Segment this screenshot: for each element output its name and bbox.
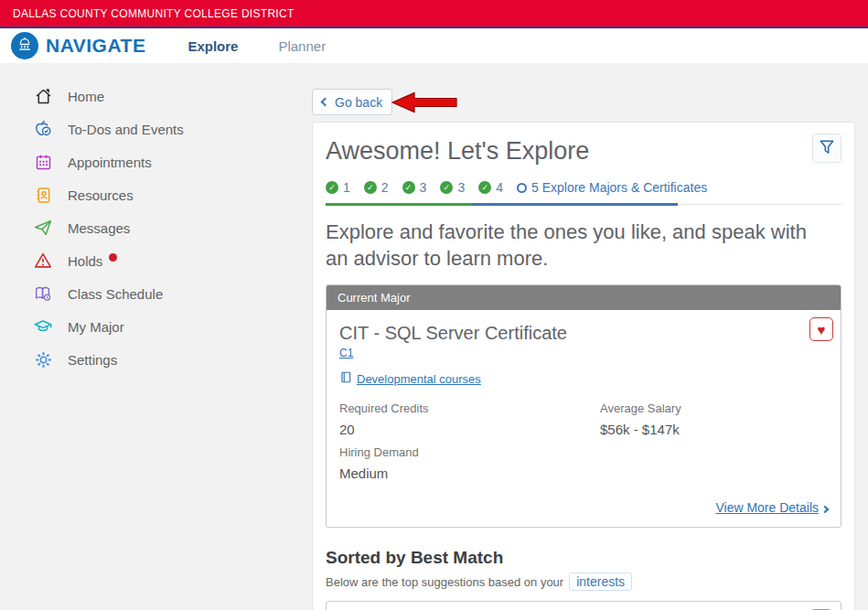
page-title: Awesome! Let's Explore	[326, 137, 589, 166]
interests-chip[interactable]: interests	[569, 573, 632, 591]
sidebar-item-label: To-Dos and Events	[68, 122, 184, 137]
holds-notification-dot	[109, 253, 117, 262]
progress-bar-complete	[326, 203, 472, 206]
navigate-logo[interactable]	[11, 32, 38, 59]
sidebar-item-settings[interactable]: Settings	[0, 343, 302, 376]
go-back-label: Go back	[335, 95, 382, 110]
warning-triangle-icon	[33, 251, 53, 271]
step-5-current: 5 Explore Majors & Certificates	[517, 180, 707, 195]
open-book-icon	[33, 284, 53, 304]
developmental-courses-link[interactable]: Developmental courses	[357, 372, 481, 386]
explore-description: Explore and favorite the ones you like, …	[326, 219, 834, 272]
notebook-icon	[339, 370, 352, 388]
average-salary-label: Average Salary	[600, 401, 828, 415]
explore-panel: Awesome! Let's Explore 1 2 3	[312, 122, 855, 610]
sidebar-nav: Home To-Dos and Events Appointments	[0, 63, 302, 376]
sidebar-item-appointments[interactable]: Appointments	[0, 145, 302, 178]
sidebar-item-todos[interactable]: To-Dos and Events	[0, 112, 302, 145]
sidebar-item-label: Home	[68, 89, 104, 104]
sorted-subtitle: Below are the top suggestions based on y…	[326, 575, 563, 589]
developmental-courses-link-row[interactable]: Developmental courses	[339, 370, 828, 388]
current-major-card-header: Current Major	[327, 285, 841, 310]
app-header: NAVIGATE Explore Planner	[0, 28, 868, 63]
paper-plane-icon	[33, 218, 53, 238]
sidebar-item-label: Appointments	[68, 155, 152, 170]
check-circle-icon	[364, 181, 377, 194]
sidebar-item-messages[interactable]: Messages	[0, 211, 302, 244]
sidebar-item-label: Holds	[68, 253, 102, 269]
sidebar-item-class-schedule[interactable]: Class Schedule	[0, 277, 302, 310]
brand-name: NAVIGATE	[46, 35, 145, 57]
rotunda-building-icon	[16, 35, 34, 57]
required-credits-value: 20	[339, 422, 600, 437]
major-title: CIT - SQL Server Certificate	[339, 323, 828, 344]
apple-check-icon	[33, 119, 53, 139]
check-circle-icon	[440, 181, 453, 194]
progress-bar-current	[472, 203, 678, 206]
address-book-icon	[33, 185, 53, 205]
progress-steps: 1 2 3 3 4 5 Explore Majors & Certificate…	[326, 180, 841, 205]
calendar-icon	[33, 152, 53, 172]
suggestion-card: International Business and Trade C1	[326, 601, 841, 610]
tab-explore[interactable]: Explore	[188, 38, 238, 54]
chevron-left-icon	[321, 98, 330, 107]
hiring-demand-label: Hiring Demand	[339, 445, 600, 459]
filter-button[interactable]	[812, 134, 841, 163]
hiring-demand-value: Medium	[339, 466, 600, 481]
campus-code-link[interactable]: C1	[339, 347, 353, 359]
annotation-arrow-icon	[391, 91, 458, 117]
sidebar-item-holds[interactable]: Holds	[0, 244, 302, 277]
district-banner-text: DALLAS COUNTY COMMUNITY COLLEGE DISTRICT	[13, 7, 295, 20]
major-stats: Required Credits 20 Hiring Demand Medium…	[339, 393, 828, 481]
view-more-details-link[interactable]: View More Details	[715, 500, 819, 515]
step-4-complete: 4	[478, 180, 503, 195]
sidebar-item-resources[interactable]: Resources	[0, 178, 302, 211]
sidebar-item-my-major[interactable]: My Major	[0, 310, 302, 343]
home-icon	[33, 86, 53, 106]
required-credits-label: Required Credits	[339, 401, 600, 415]
check-circle-icon	[326, 181, 338, 194]
average-salary-value: $56k - $147k	[600, 422, 828, 437]
sorted-subtitle-row: Below are the top suggestions based on y…	[326, 573, 841, 591]
check-circle-icon	[402, 181, 415, 194]
open-circle-icon	[517, 183, 527, 193]
check-circle-icon	[478, 181, 491, 194]
step-3-complete: 3	[402, 180, 427, 195]
step-3b-complete: 3	[440, 180, 465, 195]
sidebar-item-label: My Major	[68, 319, 124, 335]
go-back-button[interactable]: Go back	[312, 89, 392, 115]
sorted-by-best-match-title: Sorted by Best Match	[326, 548, 841, 568]
sidebar-item-label: Messages	[68, 220, 130, 236]
sidebar-item-label: Resources	[68, 187, 134, 203]
sidebar-item-home[interactable]: Home	[0, 80, 302, 112]
district-banner: DALLAS COUNTY COMMUNITY COLLEGE DISTRICT	[0, 0, 868, 28]
graduation-cap-icon	[33, 316, 53, 337]
current-major-card: Current Major CIT - SQL Server Certifica…	[326, 284, 841, 528]
favorite-heart-button[interactable]	[809, 317, 833, 341]
filter-funnel-icon	[818, 138, 836, 159]
step-1-complete: 1	[326, 180, 350, 195]
chevron-right-icon	[821, 506, 829, 513]
tab-planner[interactable]: Planner	[278, 38, 326, 54]
step-2-complete: 2	[364, 180, 389, 195]
sidebar-item-label: Settings	[68, 352, 117, 368]
sidebar-item-label: Class Schedule	[68, 286, 163, 302]
gear-icon	[33, 349, 53, 369]
header-tabs: Explore Planner	[188, 38, 326, 54]
